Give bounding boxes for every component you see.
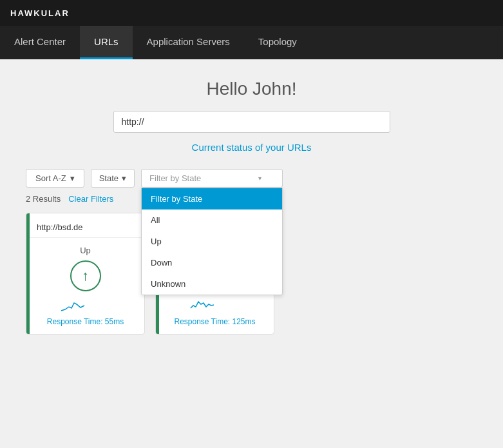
main-content: Hello John! Current status of your URLs … xyxy=(0,59,503,347)
main-nav: Alert Center URLs Application Servers To… xyxy=(0,26,503,59)
sort-label: Sort A-Z xyxy=(35,173,66,183)
up-circle-1: ↑ xyxy=(70,260,101,291)
sort-button[interactable]: Sort A-Z ▾ xyxy=(26,169,84,188)
state-filter-button[interactable]: State ▾ xyxy=(91,169,135,188)
greeting-text: Hello John! xyxy=(26,79,477,99)
dropdown-item-all[interactable]: All xyxy=(142,209,282,231)
nav-item-urls[interactable]: URLs xyxy=(80,26,133,59)
card-status-label-1: Up xyxy=(26,238,144,255)
topbar: HAWKULAR xyxy=(0,0,503,26)
results-count: 2 Results xyxy=(26,194,61,204)
nav-item-topology[interactable]: Topology xyxy=(244,26,311,59)
dropdown-item-filter-by-state[interactable]: Filter by State xyxy=(142,188,282,209)
up-arrow-icon-1: ↑ xyxy=(82,269,89,283)
filter-by-state-button[interactable]: Filter by State ▾ xyxy=(141,169,283,188)
url-input-wrapper xyxy=(26,111,477,133)
nav-item-alert-center[interactable]: Alert Center xyxy=(0,26,80,59)
filter-select-wrapper: Filter by State ▾ Filter by State All Up… xyxy=(141,169,283,188)
url-input[interactable] xyxy=(113,111,390,133)
card-icon-wrapper-1: ↑ xyxy=(26,255,144,295)
status-link[interactable]: Current status of your URLs xyxy=(192,142,312,153)
mini-chart-1 xyxy=(60,295,111,315)
filter-chevron-icon: ▾ xyxy=(258,175,261,182)
state-chevron-icon: ▾ xyxy=(122,173,126,183)
card-status-bar-1 xyxy=(26,213,30,334)
nav-item-application-servers[interactable]: Application Servers xyxy=(133,26,244,59)
sort-chevron-icon: ▾ xyxy=(70,173,75,183)
card-bsd: http://bsd.de Up ↑ Response Time: 55ms xyxy=(26,213,145,335)
response-time-1[interactable]: Response Time: 55ms xyxy=(26,315,144,334)
dropdown-item-up[interactable]: Up xyxy=(142,231,282,252)
clear-filters-link[interactable]: Clear Filters xyxy=(68,194,113,204)
status-link-wrapper: Current status of your URLs xyxy=(26,142,477,153)
dropdown-item-unknown[interactable]: Unknown xyxy=(142,273,282,295)
card-url-1: http://bsd.de xyxy=(26,213,144,238)
state-label: State xyxy=(99,173,119,183)
dropdown-item-down[interactable]: Down xyxy=(142,252,282,273)
brand-logo: HAWKULAR xyxy=(10,8,70,18)
filter-placeholder: Filter by State xyxy=(149,173,201,183)
mini-chart-2 xyxy=(189,295,241,315)
filter-bar: Sort A-Z ▾ State ▾ Filter by State ▾ Fil… xyxy=(26,169,477,188)
response-time-2[interactable]: Response Time: 125ms xyxy=(156,315,274,334)
filter-dropdown: Filter by State All Up Down Unknown xyxy=(141,188,283,295)
